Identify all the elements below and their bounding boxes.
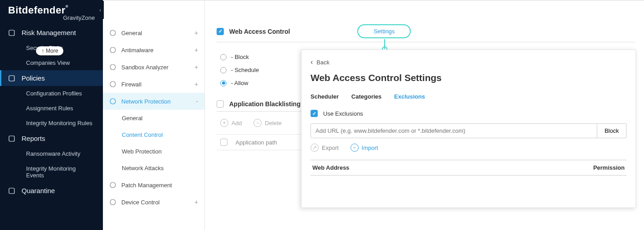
panel-title: Web Access Control Settings <box>311 72 626 83</box>
use-exclusions-row: Use Exclusions <box>311 110 626 117</box>
svg-point-10 <box>110 199 115 205</box>
exclusions-table-header: Web Address Permission <box>311 160 626 176</box>
col-web-address: Web Address <box>312 164 349 171</box>
panel-tabs: SchedulerCategoriesExclusions <box>311 93 626 100</box>
svg-point-9 <box>110 182 115 188</box>
sidebar-item-companies-view[interactable]: Companies View <box>0 55 103 70</box>
expand-icon: + <box>195 63 198 71</box>
policy-item-patch-management[interactable]: Patch Management <box>103 176 204 194</box>
delete-button[interactable]: − Delete <box>253 119 282 127</box>
up-arrow-icon: ↑ <box>41 48 44 54</box>
tab-scheduler[interactable]: Scheduler <box>311 93 339 100</box>
gear-icon <box>109 29 116 36</box>
policy-item-antimalware[interactable]: Antimalware+ <box>103 41 204 59</box>
policy-sub-general[interactable]: General <box>103 110 204 126</box>
import-button[interactable]: − Import <box>351 144 378 152</box>
policies-icon <box>8 75 15 82</box>
sidebar-item-label: Configuration Profiles <box>26 90 82 97</box>
expand-icon: + <box>195 46 198 54</box>
select-all-checkbox[interactable] <box>220 139 227 146</box>
minus-icon: − <box>253 119 262 127</box>
svg-point-7 <box>110 81 115 87</box>
plus-icon: + <box>220 119 228 127</box>
svg-point-8 <box>110 99 115 104</box>
radio-icon <box>220 54 227 60</box>
svg-point-5 <box>110 47 115 53</box>
expand-icon: + <box>195 81 198 88</box>
export-button[interactable]: ↗ Export <box>311 144 339 152</box>
svg-rect-1 <box>9 76 14 81</box>
sidebar-item-reports[interactable]: Reports <box>0 131 103 146</box>
expand-icon: + <box>195 198 198 206</box>
sidebar-item-integrity-monitoring-rules[interactable]: Integrity Monitoring Rules <box>0 116 103 131</box>
svg-rect-3 <box>9 188 14 194</box>
shield-icon <box>109 46 116 54</box>
chevron-left-icon: ‹ <box>311 58 313 66</box>
risk-icon <box>8 29 15 36</box>
block-button[interactable]: Block <box>597 123 626 138</box>
import-icon: − <box>351 144 359 152</box>
settings-panel: ‹ Back Web Access Control Settings Sched… <box>301 50 636 208</box>
svg-point-6 <box>110 64 115 70</box>
policy-item-general[interactable]: General+ <box>103 24 204 41</box>
application-blacklisting-label: Application Blacklisting <box>229 100 301 108</box>
sidebar-item-label: Assignment Rules <box>26 105 73 112</box>
use-exclusions-label: Use Exclusions <box>323 110 363 117</box>
tab-categories[interactable]: Categories <box>351 93 382 100</box>
sidebar-item-label: Integrity Monitoring Events <box>26 165 95 179</box>
sidebar-item-policies[interactable]: Policies <box>0 70 103 86</box>
policy-nav: General+Antimalware+Sandbox Analyzer+Fir… <box>103 0 205 230</box>
device-icon <box>109 198 116 206</box>
sidebar-item-assignment-rules[interactable]: Assignment Rules <box>0 101 103 116</box>
url-input[interactable] <box>311 123 597 138</box>
sidebar-item-label: Integrity Monitoring Rules <box>26 120 92 126</box>
sidebar-item-label: Policies <box>22 74 45 82</box>
radio-icon <box>220 67 227 73</box>
collapse-sidebar-button[interactable]: ‹ <box>97 1 104 19</box>
cube-icon <box>109 63 116 71</box>
quarantine-icon <box>8 187 15 194</box>
import-export-row: ↗ Export − Import <box>311 144 626 152</box>
policy-item-sandbox-analyzer[interactable]: Sandbox Analyzer+ <box>103 59 204 76</box>
svg-point-4 <box>110 30 115 36</box>
patch-icon <box>109 181 116 189</box>
sidebar-item-quarantine[interactable]: Quarantine <box>0 183 103 198</box>
sidebar-item-configuration-profiles[interactable]: Configuration Profiles <box>0 86 103 101</box>
settings-button[interactable]: Settings <box>357 24 411 38</box>
sidebar-item-ransomware-activity[interactable]: Ransomware Activity <box>0 146 103 161</box>
sidebar: ‹ Bitdefender GravityZone ↑ More Risk Ma… <box>0 0 103 230</box>
expand-icon: + <box>195 29 198 36</box>
network-icon <box>109 98 116 105</box>
back-button[interactable]: ‹ Back <box>311 58 626 66</box>
use-exclusions-checkbox[interactable] <box>311 110 318 117</box>
sidebar-item-label: Reports <box>22 135 45 142</box>
policy-item-device-control[interactable]: Device Control+ <box>103 194 204 211</box>
sidebar-item-label: Risk Management <box>22 29 76 36</box>
policy-item-firewall[interactable]: Firewall+ <box>103 76 204 93</box>
policy-item-network-protection[interactable]: Network Protection- <box>103 93 204 110</box>
application-blacklisting-checkbox[interactable] <box>217 100 224 108</box>
add-button[interactable]: + Add <box>220 119 242 127</box>
svg-rect-2 <box>9 136 14 141</box>
tab-exclusions[interactable]: Exclusions <box>394 93 425 100</box>
logo: Bitdefender GravityZone <box>0 0 103 25</box>
more-badge[interactable]: ↑ More <box>36 46 63 55</box>
web-access-control-checkbox[interactable] <box>217 28 224 35</box>
policy-sub-content-control[interactable]: Content Control <box>103 126 204 143</box>
col-permission: Permission <box>593 164 625 171</box>
collapse-icon: - <box>196 98 198 105</box>
web-access-control-label: Web Access Control <box>229 28 290 35</box>
policy-sub-network-attacks[interactable]: Network Attacks <box>103 160 204 176</box>
brand-name: Bitdefender <box>8 5 95 16</box>
sidebar-item-label: Companies View <box>26 59 70 66</box>
firewall-icon <box>109 81 116 88</box>
radio-icon <box>220 80 227 86</box>
sidebar-item-label: Ransomware Activity <box>26 150 80 157</box>
sidebar-item-label: Quarantine <box>22 187 55 194</box>
url-row: Block <box>311 123 626 138</box>
reports-icon <box>8 135 15 142</box>
sidebar-item-integrity-monitoring-events[interactable]: Integrity Monitoring Events <box>0 161 103 183</box>
web-access-control-row: Web Access Control Settings <box>217 24 635 42</box>
policy-sub-web-protection[interactable]: Web Protection <box>103 143 204 160</box>
sidebar-item-risk-management[interactable]: Risk Management <box>0 25 103 41</box>
